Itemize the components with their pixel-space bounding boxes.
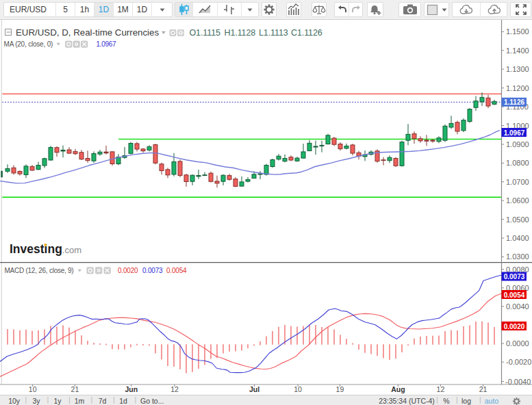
svg-text:1.1300: 1.1300 [506, 65, 529, 73]
svg-text:1.1200: 1.1200 [506, 84, 529, 92]
svg-text:1.0400: 1.0400 [506, 234, 529, 242]
svg-text:L1.1113: L1.1113 [259, 28, 288, 38]
svg-text:H1.1128: H1.1128 [225, 28, 256, 38]
svg-text:10: 10 [29, 385, 37, 393]
svg-text:12: 12 [437, 385, 445, 393]
svg-text:1.1400: 1.1400 [506, 47, 529, 55]
svg-text:21: 21 [71, 385, 79, 393]
svg-text:-0.0020: -0.0020 [506, 358, 531, 366]
svg-text:0.0054: 0.0054 [504, 291, 525, 299]
svg-text:10: 10 [294, 385, 302, 393]
svg-text:1.0700: 1.0700 [506, 178, 529, 186]
svg-text:1.0900: 1.0900 [506, 140, 529, 148]
svg-text:0.0040: 0.0040 [506, 302, 529, 311]
svg-text:Aug: Aug [391, 385, 405, 393]
svg-text:0.0020: 0.0020 [504, 323, 525, 330]
svg-text:1.0967: 1.0967 [97, 40, 117, 48]
svg-text:C1.1126: C1.1126 [291, 28, 322, 38]
svg-text:0.0073: 0.0073 [504, 273, 525, 280]
svg-text:O1.1115: O1.1115 [190, 28, 221, 38]
svg-text:0.0073: 0.0073 [142, 267, 163, 274]
svg-text:0.0020: 0.0020 [118, 267, 138, 274]
svg-text:0.0000: 0.0000 [506, 339, 529, 348]
svg-text:MACD (12, 26, close, 9): MACD (12, 26, close, 9) [5, 267, 74, 274]
svg-text:-0.0040: -0.0040 [505, 378, 531, 386]
svg-text:Jun: Jun [125, 385, 138, 393]
svg-text:1.0500: 1.0500 [506, 215, 529, 224]
svg-text:21: 21 [479, 385, 487, 393]
svg-text:0.0054: 0.0054 [166, 267, 187, 274]
svg-text:19: 19 [336, 385, 344, 393]
svg-text:1.1500: 1.1500 [506, 27, 529, 36]
svg-text:EUR/USD, D, Real-time Currenci: EUR/USD, D, Real-time Currencies [16, 27, 159, 38]
svg-text:Jul: Jul [249, 385, 259, 393]
svg-text:12: 12 [170, 385, 179, 393]
svg-text:1.0967: 1.0967 [504, 129, 525, 137]
svg-text:MA (20, close, 0): MA (20, close, 0) [4, 40, 53, 48]
svg-text:1.0600: 1.0600 [506, 196, 529, 205]
svg-text:1.1126: 1.1126 [504, 99, 524, 106]
svg-text:1.0300: 1.0300 [506, 252, 529, 261]
svg-text:1.0800: 1.0800 [506, 159, 529, 167]
